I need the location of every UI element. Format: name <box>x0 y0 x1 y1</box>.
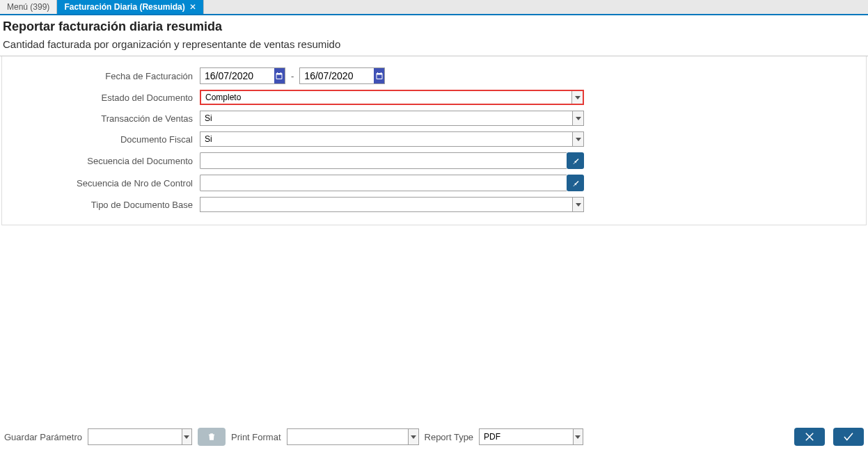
label-transaccion: Transacción de Ventas <box>9 113 200 124</box>
tab-facturacion-diaria[interactable]: Facturación Diaria (Resumida) ✕ <box>57 0 203 14</box>
report-type-input[interactable] <box>480 429 573 444</box>
label-print-format: Print Format <box>231 432 281 442</box>
label-estado: Estado del Documento <box>9 93 200 103</box>
label-fiscal: Documento Fiscal <box>9 134 200 145</box>
pin-icon[interactable] <box>567 152 584 169</box>
secuencia-control-lookup[interactable] <box>200 175 584 191</box>
chevron-down-icon[interactable] <box>572 198 583 211</box>
footer-bar: Guardar Parámetro Print Format Report Ty… <box>0 424 868 450</box>
tab-menu[interactable]: Menú (399) <box>0 0 57 14</box>
form-panel: Fecha de Facturación - Estado del Docume… <box>1 56 867 225</box>
secuencia-control-input[interactable] <box>200 175 567 191</box>
date-from-field[interactable] <box>200 67 285 84</box>
fiscal-input[interactable] <box>200 132 572 146</box>
chevron-down-icon[interactable] <box>572 132 583 146</box>
page-subtitle: Cantidad facturada por organización y re… <box>3 38 865 50</box>
date-separator: - <box>288 71 297 81</box>
print-format-input[interactable] <box>287 429 408 444</box>
row-fiscal: Documento Fiscal <box>9 131 859 147</box>
calendar-icon[interactable] <box>374 68 384 83</box>
print-format-combo[interactable] <box>287 428 419 445</box>
label-secuencia-doc: Secuencia del Documento <box>9 156 200 166</box>
chevron-down-icon[interactable] <box>182 429 191 444</box>
label-guardar-parametro: Guardar Parámetro <box>4 432 82 442</box>
row-secuencia-doc: Secuencia del Documento <box>9 152 859 169</box>
label-report-type: Report Type <box>425 432 474 442</box>
delete-button[interactable] <box>198 428 226 446</box>
cancel-button[interactable] <box>794 428 825 446</box>
transaccion-input[interactable] <box>200 111 572 125</box>
guardar-parametro-input[interactable] <box>88 429 182 444</box>
secuencia-doc-input[interactable] <box>200 152 567 169</box>
page-title: Reportar facturación diaria resumida <box>3 19 865 34</box>
row-tipo-doc: Tipo de Documento Base <box>9 197 859 212</box>
secuencia-doc-lookup[interactable] <box>200 152 584 169</box>
label-secuencia-control: Secuencia de Nro de Control <box>9 178 200 188</box>
date-to-input[interactable] <box>300 68 374 83</box>
chevron-down-icon[interactable] <box>571 91 583 104</box>
close-icon[interactable]: ✕ <box>189 2 196 12</box>
estado-combo[interactable] <box>200 90 584 105</box>
row-fecha: Fecha de Facturación - <box>9 67 859 84</box>
trash-icon <box>207 432 216 442</box>
label-tipo-doc: Tipo de Documento Base <box>9 200 200 210</box>
check-icon <box>842 431 855 443</box>
row-estado: Estado del Documento <box>9 90 859 105</box>
calendar-icon[interactable] <box>274 68 285 83</box>
report-type-combo[interactable] <box>479 428 583 445</box>
chevron-down-icon[interactable] <box>573 429 583 444</box>
date-to-field[interactable] <box>299 67 385 84</box>
tab-bar: Menú (399) Facturación Diaria (Resumida)… <box>0 0 868 15</box>
x-icon <box>803 431 816 443</box>
tab-menu-label: Menú (399) <box>7 2 49 12</box>
date-from-input[interactable] <box>200 68 274 83</box>
chevron-down-icon[interactable] <box>572 111 583 125</box>
tipo-doc-combo[interactable] <box>200 197 584 212</box>
row-transaccion: Transacción de Ventas <box>9 111 859 126</box>
guardar-parametro-combo[interactable] <box>88 428 192 445</box>
tab-active-label: Facturación Diaria (Resumida) <box>64 2 184 12</box>
ok-button[interactable] <box>833 428 864 446</box>
chevron-down-icon[interactable] <box>408 429 418 444</box>
page-header: Reportar facturación diaria resumida Can… <box>0 15 868 56</box>
tipo-doc-input[interactable] <box>200 198 572 211</box>
pin-icon[interactable] <box>567 175 584 191</box>
estado-input[interactable] <box>201 91 571 104</box>
fiscal-combo[interactable] <box>200 131 584 147</box>
row-secuencia-control: Secuencia de Nro de Control <box>9 175 859 191</box>
transaccion-combo[interactable] <box>200 111 584 126</box>
label-fecha: Fecha de Facturación <box>9 71 200 81</box>
